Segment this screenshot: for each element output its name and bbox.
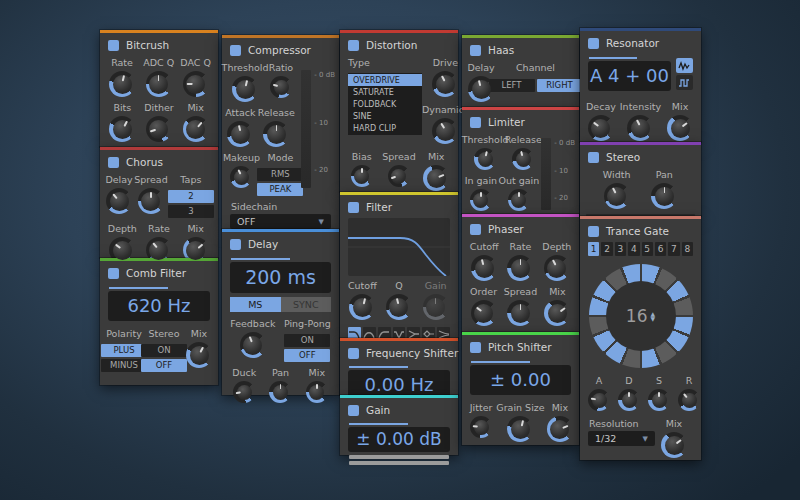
threshold-knob[interactable]	[232, 76, 258, 102]
threshold-knob[interactable]	[474, 148, 496, 170]
comb-enable-checkbox[interactable]	[108, 268, 119, 279]
pattern-7-button[interactable]: 7	[668, 242, 679, 256]
pattern-6-button[interactable]: 6	[655, 242, 666, 256]
channel-left-toggle[interactable]: LEFT	[489, 79, 535, 92]
stereo-enable-checkbox[interactable]	[588, 152, 599, 163]
bits-knob[interactable]	[109, 116, 135, 142]
distortion-enable-checkbox[interactable]	[348, 40, 359, 51]
freq-shifter-enable-checkbox[interactable]	[348, 348, 359, 359]
tab-ms[interactable]: MS	[230, 297, 281, 312]
depth-knob[interactable]	[544, 255, 570, 281]
attack-knob[interactable]	[588, 389, 610, 411]
resonator-note-display[interactable]: A 4 + 00	[588, 61, 671, 91]
release-knob[interactable]	[263, 121, 289, 147]
decay-knob[interactable]	[588, 115, 614, 141]
feedback-knob[interactable]	[240, 332, 266, 358]
pitch-display[interactable]: ± 0.00	[470, 365, 571, 395]
mix-knob[interactable]	[544, 300, 570, 326]
mix-knob[interactable]	[423, 165, 449, 191]
type-option-overdrive[interactable]: OVERDRIVE	[348, 74, 422, 86]
type-option-foldback[interactable]: FOLDBACK	[348, 98, 422, 110]
tab-sync[interactable]: SYNC	[281, 297, 332, 312]
trance-gate-enable-checkbox[interactable]	[588, 226, 599, 237]
gate-step-ring[interactable]: 16 ▲ ▼	[589, 264, 693, 368]
mix-knob[interactable]	[667, 115, 693, 141]
limiter-enable-checkbox[interactable]	[470, 117, 481, 128]
channel-right-toggle[interactable]: RIGHT	[537, 79, 583, 92]
width-knob[interactable]	[604, 183, 630, 209]
mode-rms-toggle[interactable]: RMS	[257, 168, 303, 181]
intensity-knob[interactable]	[627, 115, 653, 141]
spread-knob[interactable]	[388, 165, 410, 187]
spread-knob[interactable]	[138, 188, 164, 214]
grain-size-knob[interactable]	[507, 416, 533, 442]
delay-knob[interactable]	[106, 188, 132, 214]
step-count-value[interactable]: 16	[626, 306, 648, 326]
dac-q-knob[interactable]	[183, 71, 209, 97]
dither-knob[interactable]	[146, 116, 172, 142]
square-wave-icon[interactable]	[676, 75, 693, 90]
rate-knob[interactable]	[507, 255, 533, 281]
in-gain-knob[interactable]	[470, 189, 492, 211]
stereo-on-toggle[interactable]: ON	[141, 344, 187, 357]
pattern-1-button[interactable]: 1	[588, 242, 599, 256]
taps-3-toggle[interactable]: 3	[168, 205, 214, 218]
drive-knob[interactable]	[432, 71, 458, 97]
out-gain-knob[interactable]	[508, 189, 530, 211]
bias-knob[interactable]	[351, 165, 373, 187]
cutoff-knob[interactable]	[471, 255, 497, 281]
gain-knob[interactable]	[423, 294, 449, 320]
mix-knob[interactable]	[306, 381, 328, 403]
jitter-knob[interactable]	[470, 416, 492, 438]
mix-knob[interactable]	[183, 116, 209, 142]
makeup-knob[interactable]	[230, 166, 252, 188]
chorus-enable-checkbox[interactable]	[108, 157, 119, 168]
pitch-enable-checkbox[interactable]	[470, 342, 481, 353]
ratio-knob[interactable]	[270, 76, 292, 98]
phaser-enable-checkbox[interactable]	[470, 224, 481, 235]
mode-peak-toggle[interactable]: PEAK	[257, 183, 303, 196]
order-knob[interactable]	[471, 300, 497, 326]
gain-enable-checkbox[interactable]	[348, 405, 359, 416]
stereo-off-toggle[interactable]: OFF	[141, 359, 187, 372]
type-option-sine[interactable]: SINE	[348, 110, 422, 122]
pattern-5-button[interactable]: 5	[642, 242, 653, 256]
haas-enable-checkbox[interactable]	[470, 45, 481, 56]
pan-knob[interactable]	[269, 381, 291, 403]
cutoff-knob[interactable]	[349, 294, 375, 320]
delay-time-display[interactable]: 200 ms	[230, 262, 331, 293]
pingpong-off-toggle[interactable]: OFF	[284, 349, 330, 362]
rate-knob[interactable]	[109, 71, 135, 97]
gain-display[interactable]: ± 0.00 dB	[348, 427, 450, 452]
release-knob[interactable]	[678, 389, 700, 411]
pan-knob[interactable]	[651, 183, 677, 209]
mix-knob[interactable]	[661, 432, 687, 458]
type-option-hardclip[interactable]: HARD CLIP	[348, 122, 422, 134]
mix-knob[interactable]	[186, 342, 212, 368]
duck-knob[interactable]	[233, 381, 255, 403]
step-count-down-icon[interactable]: ▼	[651, 316, 656, 321]
resonator-enable-checkbox[interactable]	[588, 38, 599, 49]
delay-enable-checkbox[interactable]	[230, 239, 241, 250]
decay-knob[interactable]	[618, 389, 640, 411]
release-knob[interactable]	[512, 148, 534, 170]
q-knob[interactable]	[386, 294, 412, 320]
pattern-4-button[interactable]: 4	[628, 242, 639, 256]
delay-knob[interactable]	[468, 76, 494, 102]
comb-frequency-display[interactable]: 620 Hz	[108, 291, 210, 321]
filter-enable-checkbox[interactable]	[348, 202, 359, 213]
attack-knob[interactable]	[227, 121, 253, 147]
dynamics-knob[interactable]	[432, 118, 458, 144]
taps-2-toggle[interactable]: 2	[168, 190, 214, 203]
adc-q-knob[interactable]	[146, 71, 172, 97]
bitcrush-enable-checkbox[interactable]	[108, 40, 119, 51]
noise-wave-icon[interactable]	[676, 58, 693, 73]
pattern-2-button[interactable]: 2	[601, 242, 612, 256]
sustain-knob[interactable]	[648, 389, 670, 411]
spread-knob[interactable]	[507, 300, 533, 326]
pingpong-on-toggle[interactable]: ON	[284, 334, 330, 347]
pattern-3-button[interactable]: 3	[615, 242, 626, 256]
compressor-enable-checkbox[interactable]	[230, 45, 241, 56]
mix-knob[interactable]	[547, 416, 573, 442]
sidechain-dropdown[interactable]: OFF ▼	[230, 214, 331, 229]
